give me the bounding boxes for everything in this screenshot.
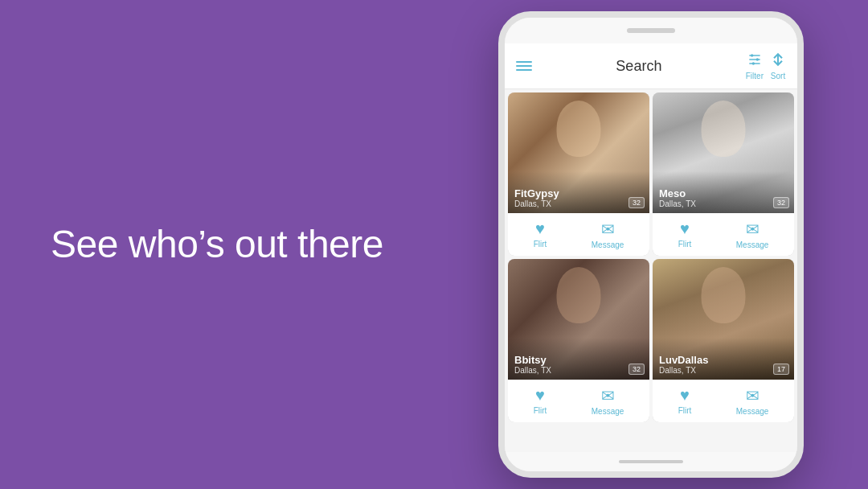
profile-name: Bbitsy bbox=[514, 354, 643, 366]
header-actions: Filter Sort bbox=[746, 51, 786, 80]
message-icon: ✉ bbox=[746, 220, 760, 239]
phone-bottom-bar bbox=[505, 452, 797, 471]
heart-icon: ♥ bbox=[680, 386, 690, 405]
left-section: See who’s out there bbox=[0, 189, 434, 300]
svg-point-3 bbox=[751, 54, 753, 56]
message-icon: ✉ bbox=[601, 220, 615, 239]
message-label: Message bbox=[736, 407, 769, 416]
card-actions: ♥ Flirt ✉ Message bbox=[508, 213, 649, 256]
flirt-label: Flirt bbox=[678, 406, 692, 415]
profile-name: Meso bbox=[659, 187, 788, 199]
page-title: Search bbox=[616, 58, 661, 75]
filter-button[interactable]: Filter bbox=[746, 51, 764, 80]
message-button[interactable]: ✉ Message bbox=[736, 220, 769, 249]
card-actions: ♥ Flirt ✉ Message bbox=[653, 213, 794, 256]
app-content: Search Fi bbox=[505, 43, 797, 452]
profile-location: Dallas, TX bbox=[514, 199, 643, 208]
flirt-label: Flirt bbox=[678, 240, 692, 249]
profile-name: FitGypsy bbox=[514, 187, 643, 199]
heart-icon: ♥ bbox=[535, 386, 545, 405]
heart-icon: ♥ bbox=[535, 220, 545, 238]
phone-mockup: Search Fi bbox=[498, 11, 804, 478]
flirt-button[interactable]: ♥ Flirt bbox=[678, 220, 692, 249]
profile-card[interactable]: Bbitsy Dallas, TX 32 ♥ Flirt ✉ Message bbox=[508, 259, 649, 422]
menu-button[interactable] bbox=[516, 61, 532, 71]
profile-grid: FitGypsy Dallas, TX 32 ♥ Flirt ✉ Message bbox=[505, 89, 797, 425]
profile-card[interactable]: FitGypsy Dallas, TX 32 ♥ Flirt ✉ Message bbox=[508, 92, 649, 256]
profile-card[interactable]: Meso Dallas, TX 32 ♥ Flirt ✉ Message bbox=[653, 92, 794, 256]
message-button[interactable]: ✉ Message bbox=[736, 386, 769, 416]
phone-top-bar bbox=[505, 18, 797, 43]
profile-age: 32 bbox=[628, 197, 645, 208]
flirt-button[interactable]: ♥ Flirt bbox=[678, 386, 692, 416]
phone-speaker bbox=[627, 28, 675, 33]
filter-icon bbox=[747, 51, 763, 70]
profile-location: Dallas, TX bbox=[659, 199, 788, 208]
profile-age: 17 bbox=[773, 364, 789, 375]
profile-location: Dallas, TX bbox=[514, 366, 643, 375]
message-button[interactable]: ✉ Message bbox=[592, 386, 624, 416]
card-actions: ♥ Flirt ✉ Message bbox=[653, 380, 794, 422]
filter-label: Filter bbox=[746, 72, 764, 80]
message-label: Message bbox=[736, 240, 769, 249]
card-actions: ♥ Flirt ✉ Message bbox=[508, 380, 649, 422]
svg-point-4 bbox=[756, 58, 759, 60]
flirt-button[interactable]: ♥ Flirt bbox=[534, 386, 547, 416]
app-header: Search Fi bbox=[505, 43, 797, 89]
message-icon: ✉ bbox=[601, 386, 615, 405]
home-indicator bbox=[619, 460, 683, 463]
profile-name: LuvDallas bbox=[659, 354, 788, 366]
message-label: Message bbox=[592, 407, 624, 416]
message-icon: ✉ bbox=[746, 386, 760, 405]
heart-icon: ♥ bbox=[680, 220, 690, 238]
message-button[interactable]: ✉ Message bbox=[592, 220, 624, 249]
message-label: Message bbox=[592, 240, 624, 249]
right-section: Search Fi bbox=[434, 0, 868, 489]
profile-age: 32 bbox=[773, 197, 789, 208]
svg-point-5 bbox=[752, 62, 755, 64]
sort-button[interactable]: Sort bbox=[770, 51, 786, 80]
profile-card[interactable]: LuvDallas Dallas, TX 17 ♥ Flirt ✉ Messag… bbox=[653, 259, 794, 422]
sort-label: Sort bbox=[771, 72, 785, 80]
sort-icon bbox=[770, 51, 786, 70]
profile-location: Dallas, TX bbox=[659, 366, 788, 375]
flirt-label: Flirt bbox=[534, 406, 547, 415]
tagline: See who’s out there bbox=[51, 221, 383, 268]
profile-age: 32 bbox=[628, 364, 645, 375]
flirt-label: Flirt bbox=[534, 240, 547, 249]
flirt-button[interactable]: ♥ Flirt bbox=[534, 220, 547, 249]
